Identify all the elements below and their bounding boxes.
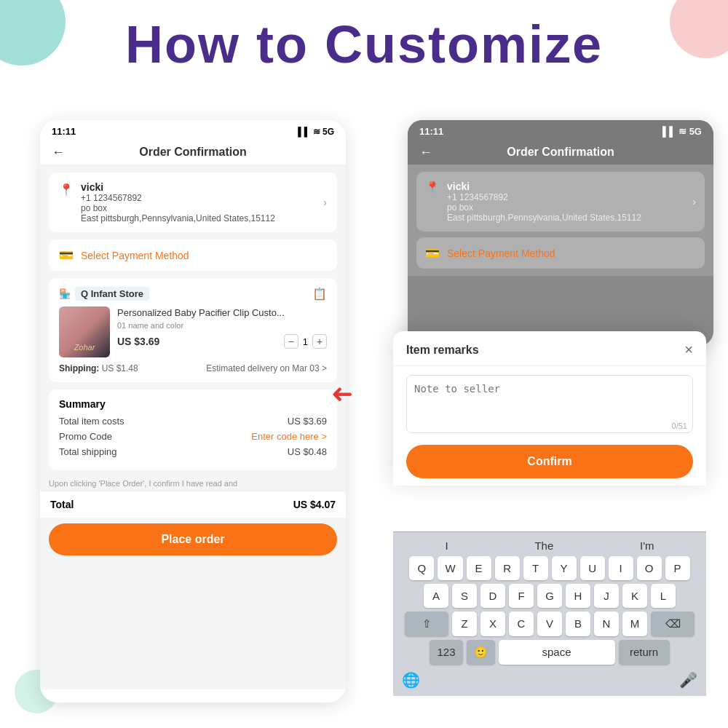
key-p[interactable]: P (665, 556, 690, 580)
phone-header-left: ← Order Confirmation (40, 140, 346, 165)
key-b[interactable]: B (566, 612, 590, 636)
total-label: Total (50, 499, 74, 510)
address-street: po box (81, 203, 316, 213)
product-details: Personalized Baby Pacifier Clip Custo...… (117, 306, 327, 349)
status-icons-right: ▌▌ ≋ 5G (662, 126, 702, 137)
key-h[interactable]: H (566, 584, 590, 608)
key-backspace[interactable]: ⌫ (651, 612, 695, 636)
remarks-title: Item remarks (406, 344, 479, 357)
address-card[interactable]: 📍 vicki +1 1234567892 po box East pittsb… (49, 173, 337, 232)
red-arrow-icon: ➜ (331, 379, 353, 409)
qty-control[interactable]: − 1 + (284, 334, 327, 349)
payment-card[interactable]: 💳 Select Payment Method (49, 240, 337, 271)
total-shipping-label: Total shipping (59, 446, 117, 457)
summary-card: Summary Total item costs US $3.69 Promo … (49, 389, 337, 470)
phone-content-left: 📍 vicki +1 1234567892 po box East pittsb… (40, 165, 346, 689)
suggestion-im[interactable]: I'm (640, 539, 654, 552)
key-v[interactable]: V (537, 612, 562, 636)
key-o[interactable]: O (637, 556, 662, 580)
back-button-left[interactable]: ← (52, 145, 65, 160)
key-i[interactable]: I (609, 556, 633, 580)
address-info: vicki +1 1234567892 po box East pittsbur… (81, 181, 316, 223)
key-q[interactable]: Q (409, 556, 434, 580)
key-r[interactable]: R (495, 556, 520, 580)
key-d[interactable]: D (480, 584, 505, 608)
key-j[interactable]: J (594, 584, 619, 608)
remarks-input[interactable] (406, 375, 693, 433)
store-name: Q Infant Store (75, 287, 149, 301)
key-e[interactable]: E (467, 556, 491, 580)
key-u[interactable]: U (580, 556, 605, 580)
qty-value: 1 (303, 336, 308, 347)
dark-address-card[interactable]: 📍 vicki +1 1234567892 po box East pittsb… (416, 172, 705, 232)
status-icons-left: ▌▌ ≋ 5G (298, 127, 334, 137)
keyboard-row-2: A S D F G H J K L (396, 584, 703, 608)
left-phone: 11:11 ▌▌ ≋ 5G ← Order Confirmation 📍 vic… (40, 120, 346, 703)
page-title: How to Customize (0, 15, 728, 74)
key-123[interactable]: 123 (430, 640, 462, 665)
promo-label: Promo Code (59, 431, 112, 442)
confirm-button[interactable]: Confirm (406, 445, 693, 478)
key-z[interactable]: Z (452, 612, 477, 636)
key-k[interactable]: K (622, 584, 647, 608)
key-l[interactable]: L (651, 584, 676, 608)
store-card: 🏪 Q Infant Store 📋 Zohar Personalized Ba… (49, 278, 337, 382)
shipping-row: Shipping: US $1.48 Estimated delivery on… (59, 363, 327, 373)
right-phone: 11:11 ▌▌ ≋ 5G ← Order Confirmation 📍 vic… (408, 120, 713, 346)
product-price-row: US $3.69 − 1 + (117, 334, 327, 349)
dark-address-street: po box (447, 202, 641, 213)
globe-icon[interactable]: 🌐 (402, 671, 420, 689)
promo-value[interactable]: Enter code here > (251, 431, 327, 442)
product-title: Personalized Baby Pacifier Clip Custo... (117, 306, 327, 320)
key-a[interactable]: A (424, 584, 448, 608)
dark-location-icon: 📍 (425, 181, 440, 194)
summary-promo[interactable]: Promo Code Enter code here > (59, 431, 327, 442)
key-c[interactable]: C (509, 612, 534, 636)
key-w[interactable]: W (438, 556, 462, 580)
key-x[interactable]: X (480, 612, 505, 636)
key-space[interactable]: space (499, 640, 615, 665)
shipping-price: US $1.48 (102, 363, 138, 373)
key-shift[interactable]: ⇧ (405, 612, 448, 636)
key-g[interactable]: G (537, 584, 562, 608)
mic-icon[interactable]: 🎤 (679, 671, 697, 689)
key-m[interactable]: M (622, 612, 647, 636)
dark-payment-icon: 💳 (425, 246, 440, 260)
address-phone: +1 1234567892 (81, 193, 316, 203)
dark-address-info: vicki +1 1234567892 po box East pittsbur… (447, 181, 641, 223)
qty-decrease[interactable]: − (284, 334, 298, 349)
key-return[interactable]: return (619, 640, 670, 665)
keyboard-suggestions: I The I'm (396, 537, 703, 556)
key-y[interactable]: Y (552, 556, 577, 580)
item-costs-value: US $3.69 (288, 416, 327, 427)
remarks-dialog: Item remarks × 0/51 remarks name e.g.(de… (393, 331, 706, 486)
dark-payment-card[interactable]: 💳 Select Payment Method (416, 237, 705, 269)
dark-address-name: vicki (447, 181, 641, 192)
note-icon[interactable]: 📋 (312, 287, 327, 301)
place-order-button[interactable]: Place order (49, 523, 337, 555)
key-n[interactable]: N (594, 612, 619, 636)
store-icon: 🏪 (59, 288, 71, 299)
summary-shipping: Total shipping US $0.48 (59, 446, 327, 457)
summary-title: Summary (59, 398, 327, 410)
remarks-close-button[interactable]: × (684, 341, 693, 358)
dark-address-city: East pittsburgh,Pennsylvania,United Stat… (447, 213, 641, 223)
phone-header-right: ← Order Confirmation (408, 140, 713, 165)
back-button-right[interactable]: ← (419, 145, 432, 160)
keyboard: I The I'm Q W E R T Y U I O P A S D F G … (393, 531, 706, 696)
shipping-label-wrap: Shipping: US $1.48 (59, 363, 138, 373)
delivery-info: Estimated delivery on Mar 03 > (206, 363, 327, 373)
key-t[interactable]: T (523, 556, 548, 580)
qty-increase[interactable]: + (312, 334, 327, 349)
product-img-label: Zohar (74, 343, 95, 352)
suggestion-the[interactable]: The (534, 539, 553, 552)
total-bar: Total US $4.07 (40, 491, 346, 518)
key-f[interactable]: F (509, 584, 534, 608)
location-icon: 📍 (59, 183, 74, 197)
payment-icon: 💳 (59, 248, 74, 262)
remarks-counter: 0/51 (672, 422, 687, 430)
suggestion-i[interactable]: I (445, 539, 448, 552)
key-emoji[interactable]: 🙂 (467, 640, 495, 665)
status-bar-left: 11:11 ▌▌ ≋ 5G (40, 120, 346, 140)
key-s[interactable]: S (452, 584, 477, 608)
